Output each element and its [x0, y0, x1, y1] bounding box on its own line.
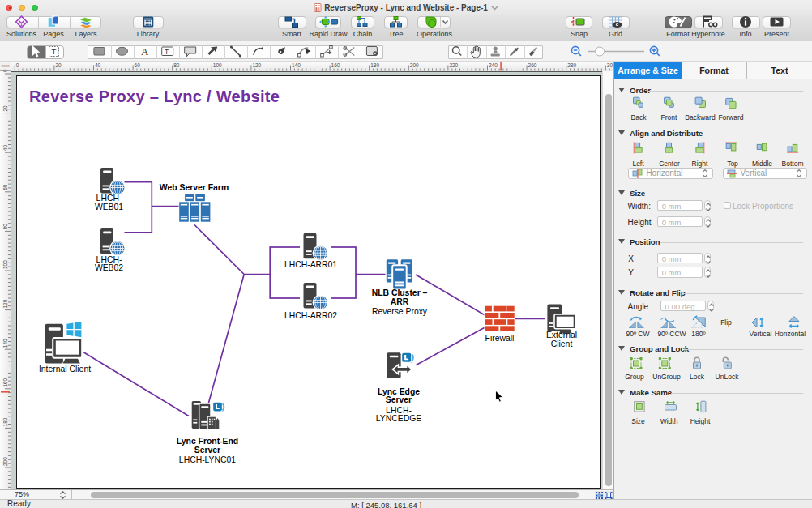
svg-text:180: 180: [2, 417, 8, 426]
svg-text:Firewall: Firewall: [485, 334, 515, 343]
svg-text:100: 100: [2, 260, 8, 269]
svg-text:160: 160: [2, 378, 8, 387]
svg-text:Server: Server: [194, 446, 220, 455]
svg-text:LYNCEDGE: LYNCEDGE: [376, 414, 421, 423]
svg-text:80: 80: [2, 224, 8, 230]
svg-text:Reverse Proxy – Lync / Website: Reverse Proxy – Lync / Website: [29, 88, 280, 105]
svg-text:Web Server Farm: Web Server Farm: [160, 183, 229, 192]
svg-text:LHCH-ARR02: LHCH-ARR02: [284, 311, 337, 320]
svg-text:NLB Cluster –: NLB Cluster –: [372, 288, 428, 297]
svg-text:Lync Edge: Lync Edge: [378, 387, 420, 396]
svg-text:40: 40: [2, 145, 8, 152]
svg-text:Server: Server: [386, 395, 412, 404]
svg-text:LHCH-ARR01: LHCH-ARR01: [284, 260, 337, 269]
svg-text:External: External: [546, 331, 577, 339]
svg-text:LHCH-: LHCH-: [96, 194, 122, 203]
svg-text:200: 200: [2, 457, 8, 466]
svg-text:Client: Client: [551, 339, 573, 348]
svg-text:20: 20: [2, 105, 8, 112]
svg-text:ARR: ARR: [391, 297, 409, 306]
svg-text:LHCH-LYNC01: LHCH-LYNC01: [179, 455, 236, 464]
svg-text:LHCH-: LHCH-: [386, 406, 412, 415]
svg-text:Lync Front-End: Lync Front-End: [177, 437, 238, 446]
svg-text:LHCH-: LHCH-: [96, 255, 122, 264]
svg-text:0: 0: [2, 69, 8, 72]
svg-text:140: 140: [2, 339, 8, 348]
svg-text:Internal Client: Internal Client: [39, 365, 91, 374]
svg-text:WEB01: WEB01: [95, 203, 123, 211]
svg-text:120: 120: [2, 299, 8, 308]
svg-text:Reverse Proxy: Reverse Proxy: [372, 307, 428, 316]
svg-text:60: 60: [2, 184, 8, 190]
svg-text:WEB02: WEB02: [95, 263, 123, 272]
